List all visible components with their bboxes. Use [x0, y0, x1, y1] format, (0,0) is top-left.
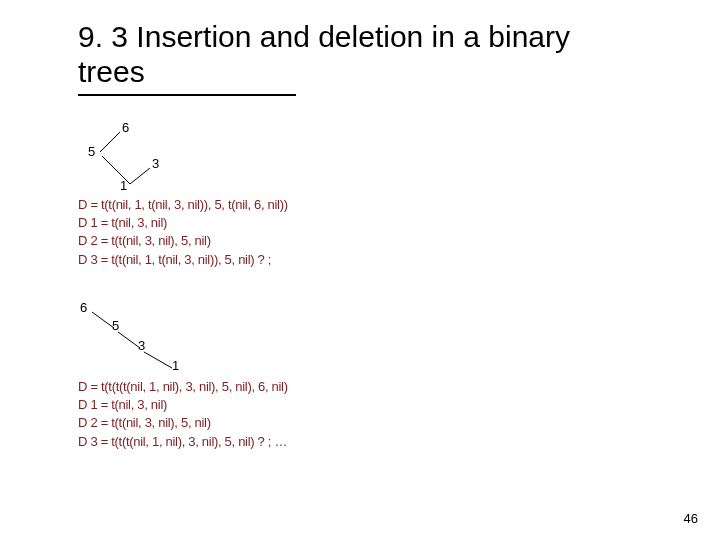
tree1-node-6: 6	[122, 120, 129, 135]
page-number: 46	[684, 511, 698, 526]
tree1-node-1: 1	[120, 178, 127, 193]
tree-diagram-2: 6 5 3 1	[78, 300, 228, 380]
def2-d3: D 3 = t(t(t(nil, 1, nil), 3, nil), 5, ni…	[78, 433, 288, 451]
tree1-node-3: 3	[152, 156, 159, 171]
svg-line-4	[118, 332, 140, 348]
title-underline	[78, 94, 296, 96]
def2-d1: D 1 = t(nil, 3, nil)	[78, 396, 288, 414]
def2-d: D = t(t(t(t(nil, 1, nil), 3, nil), 5, ni…	[78, 378, 288, 396]
tree-diagram-1: 6 5 3 1	[78, 122, 198, 192]
svg-line-0	[100, 132, 120, 152]
def-d3: D 3 = t(t(nil, 1, t(nil, 3, nil)), 5, ni…	[78, 251, 288, 269]
tree2-node-5: 5	[112, 318, 119, 333]
tree1-node-5: 5	[88, 144, 95, 159]
tree-lines-1	[78, 122, 198, 192]
slide-title: 9. 3 Insertion and deletion in a binary …	[78, 20, 638, 89]
tree2-node-3: 3	[138, 338, 145, 353]
svg-line-5	[144, 352, 172, 368]
svg-line-2	[130, 168, 150, 184]
slide: 9. 3 Insertion and deletion in a binary …	[0, 0, 720, 540]
def-d: D = t(t(nil, 1, t(nil, 3, nil)), 5, t(ni…	[78, 196, 288, 214]
tree2-node-6: 6	[80, 300, 87, 315]
svg-line-3	[92, 312, 114, 328]
tree-lines-2	[78, 300, 228, 380]
definitions-block-2: D = t(t(t(t(nil, 1, nil), 3, nil), 5, ni…	[78, 378, 288, 451]
def2-d2: D 2 = t(t(nil, 3, nil), 5, nil)	[78, 414, 288, 432]
tree2-node-1: 1	[172, 358, 179, 373]
definitions-block-1: D = t(t(nil, 1, t(nil, 3, nil)), 5, t(ni…	[78, 196, 288, 269]
def-d2: D 2 = t(t(nil, 3, nil), 5, nil)	[78, 232, 288, 250]
def-d1: D 1 = t(nil, 3, nil)	[78, 214, 288, 232]
